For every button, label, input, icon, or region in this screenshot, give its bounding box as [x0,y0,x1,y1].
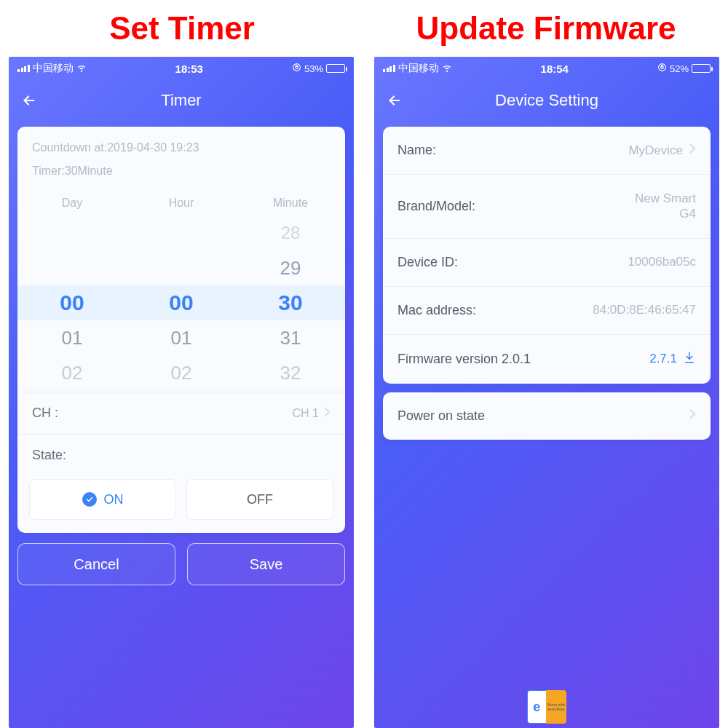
battery-icon [692,64,711,73]
state-on-button[interactable]: ON [29,479,176,520]
save-button[interactable]: Save [187,543,345,585]
download-icon [683,351,696,368]
picker-col-day[interactable]: 00 01 02 [17,215,127,390]
page-title: Device Setting [374,91,719,110]
page-title: Timer [9,91,354,110]
countdown-label: Countdown at:2019-04-30 19:23 [32,141,331,154]
chevron-right-icon [323,406,331,421]
mac-value: 84:0D:8E:46:65:47 [593,303,696,317]
wifi-icon [442,63,452,75]
power-state-row[interactable]: Power on state [383,392,711,440]
nav-bar: Device Setting [374,80,719,121]
day-selected: 00 [17,285,127,320]
timer-card: Countdown at:2019-04-30 19:23 Timer:30Mi… [17,127,345,533]
mac-row: Mac address: 84:0D:8E:46:65:47 [383,287,711,335]
minute-selected: 30 [236,285,345,320]
device-info-card: Name: MyDevice Brand/Model: New Smart G4 [383,127,711,384]
support-badge: e Works with everything [527,690,566,724]
svg-rect-3 [661,66,663,68]
channel-row[interactable]: CH : CH 1 [17,392,345,434]
signal-icon [383,65,395,72]
status-bar: 中国移动 18:53 53% [9,57,354,80]
state-label: State: [32,448,66,463]
wifi-icon [76,63,87,75]
signal-icon [17,65,30,72]
status-bar: 中国移动 18:54 52% [374,57,719,80]
timer-value-label: Timer:30Minute [32,165,331,178]
check-icon [82,492,97,507]
time-picker[interactable]: 00 01 02 00 01 02 28 [17,215,345,392]
back-button[interactable] [19,90,39,111]
chevron-right-icon [689,408,696,424]
battery-percent: 53% [304,63,323,74]
rotation-lock-icon [657,63,667,74]
brand-row: Brand/Model: New Smart G4 [383,175,711,239]
cancel-button[interactable]: Cancel [17,543,175,585]
rotation-lock-icon [292,63,301,74]
col-hour: Hour [127,197,236,210]
carrier-label: 中国移动 [33,62,74,75]
headings-row: Set Timer Update Firmware [0,0,728,57]
status-time: 18:54 [541,63,569,75]
picker-col-hour[interactable]: 00 01 02 [127,215,236,390]
heading-set-timer: Set Timer [0,10,364,47]
power-state-card: Power on state [383,392,711,440]
channel-label: CH : [32,405,58,421]
name-value: MyDevice [628,143,683,158]
phone-timer: 中国移动 18:53 53% Timer [9,57,354,728]
status-time: 18:53 [175,63,203,75]
picker-col-minute[interactable]: 28 29 30 31 32 [236,215,345,390]
battery-percent: 52% [670,63,689,74]
battery-icon [326,64,345,73]
state-off-button[interactable]: OFF [186,479,333,520]
heading-update-firmware: Update Firmware [364,10,728,47]
chevron-right-icon [689,143,696,158]
nav-bar: Timer [9,80,354,121]
channel-value: CH 1 [293,407,319,420]
back-button[interactable] [384,90,405,111]
col-day: Day [17,197,127,210]
svg-rect-1 [296,66,298,68]
firmware-new-version: 2.7.1 [649,352,677,366]
phone-device-setting: 中国移动 18:54 52% Device [374,57,719,728]
state-label-row: State: [17,434,345,476]
device-id-value: 10006ba05c [628,255,696,269]
firmware-row[interactable]: Firmware version 2.0.1 2.7.1 [383,335,711,384]
picker-header: Day Hour Minute [17,192,345,215]
name-row[interactable]: Name: MyDevice [383,127,711,175]
col-minute: Minute [236,197,345,210]
device-id-row: Device ID: 10006ba05c [383,239,711,287]
carrier-label: 中国移动 [398,62,439,75]
hour-selected: 00 [127,285,236,320]
